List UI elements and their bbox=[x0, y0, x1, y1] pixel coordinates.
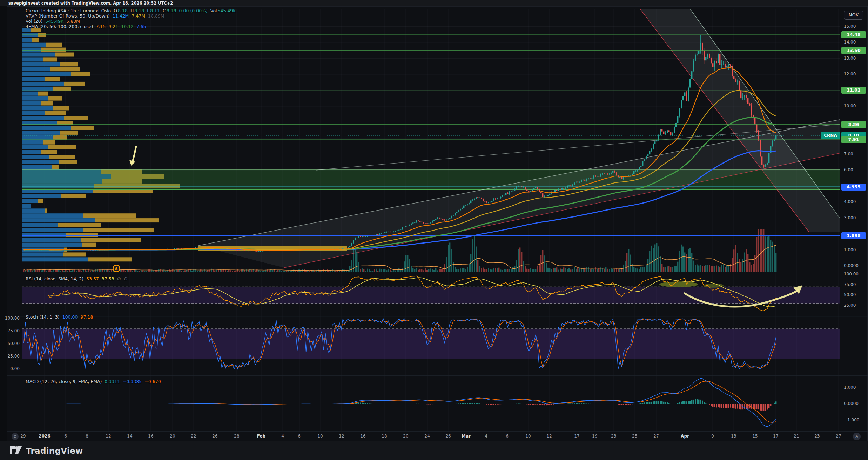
time-tick: 23 bbox=[809, 434, 825, 439]
time-tick: 6 bbox=[58, 434, 73, 439]
stoch-legend[interactable]: Stoch (14, 1, 3) 100.0097.18 bbox=[26, 314, 96, 320]
stoch-axis-label: 75.00 bbox=[3, 328, 20, 333]
price-axis-label: 4.000 bbox=[844, 199, 856, 204]
time-tick: 4 bbox=[275, 434, 290, 439]
time-tick: 9 bbox=[705, 434, 720, 439]
rsi-values: 53.5737.53∅∅ bbox=[86, 276, 130, 281]
time-tick: 27 bbox=[648, 434, 664, 439]
tradingview-logo-icon bbox=[10, 446, 22, 455]
legend-value: 0.00 (0.00%) bbox=[179, 8, 208, 13]
macd-name: MACD (12, 26, close, 9, EMA, EMA) bbox=[26, 379, 102, 384]
legend-value: 9.21 bbox=[108, 24, 118, 29]
rsi-axis-label: 75.00 bbox=[844, 282, 856, 287]
time-tick: 27 bbox=[831, 434, 846, 439]
footer-bar: TradingView bbox=[0, 441, 868, 460]
rsi-axis-label: 50.00 bbox=[844, 292, 856, 297]
legend-value: 8.18 bbox=[118, 8, 128, 13]
vrvp-name: VRVP (Number Of Rows, 50, Up/Down) bbox=[26, 13, 110, 19]
time-tick: 19 bbox=[587, 434, 603, 439]
price-axis-label: 1.000 bbox=[844, 247, 856, 252]
timezone-button[interactable]: z bbox=[12, 433, 19, 440]
time-tick: 8 bbox=[79, 434, 95, 439]
auto-scale-button[interactable]: A bbox=[853, 433, 861, 440]
price-badge: 13.50 bbox=[841, 47, 866, 54]
time-tick: 14 bbox=[122, 434, 137, 439]
time-tick: Apr bbox=[677, 434, 693, 439]
symbol-title: Circio Holding ASA · 1h · Euronext Oslo bbox=[26, 8, 111, 13]
macd-axis-label: −1.000 bbox=[844, 418, 859, 422]
legend-value: −0.670 bbox=[144, 379, 161, 384]
price-axis-label: 7.00 bbox=[844, 152, 853, 156]
macd-values: 0.3311−0.3385−0.670 bbox=[105, 379, 163, 384]
stoch-axis-label: 100.00 bbox=[3, 316, 20, 321]
rsi-axis-label: 100.00 bbox=[844, 272, 859, 276]
legend-value: 8.18 bbox=[167, 8, 176, 13]
price-axis-label: 3.000 bbox=[844, 215, 856, 220]
legend-value: 5.83M bbox=[66, 19, 80, 24]
time-tick: 25 bbox=[627, 434, 642, 439]
legend-value: 7.47M bbox=[132, 13, 145, 19]
ema-legend[interactable]: 4EMA (20, 50, 100, 200, close) 7.159.211… bbox=[26, 24, 149, 29]
price-axis-label: 12.00 bbox=[844, 72, 856, 76]
price-axis-label: 15.00 bbox=[844, 24, 856, 29]
legend-value: C bbox=[163, 8, 166, 13]
legend-value: 8.11 bbox=[150, 8, 160, 13]
macd-axis-label: 0.0000 bbox=[844, 401, 859, 406]
time-tick: 16 bbox=[143, 434, 159, 439]
time-tick: 21 bbox=[789, 434, 804, 439]
time-tick: 17 bbox=[569, 434, 585, 439]
volume-values: 545.49K5.83M bbox=[45, 19, 83, 24]
time-tick: 16 bbox=[355, 434, 371, 439]
legend-value: ∅ bbox=[124, 276, 128, 281]
volume-name: Vol (20) bbox=[26, 19, 42, 24]
price-badge: 4.955 bbox=[841, 184, 866, 191]
time-tick: 20 bbox=[165, 434, 180, 439]
time-tick: 26 bbox=[440, 434, 456, 439]
price-axis-label: 14.00 bbox=[844, 40, 856, 45]
price-axis-label: 6.00 bbox=[844, 167, 853, 172]
stoch-values: 100.0097.18 bbox=[62, 314, 96, 320]
volume-legend[interactable]: Vol (20) 545.49K5.83M bbox=[26, 19, 83, 24]
legend-value: ∅ bbox=[117, 276, 121, 281]
legend-value: −0.3385 bbox=[123, 379, 142, 384]
time-tick: 6 bbox=[499, 434, 515, 439]
time-axis[interactable]: z 2920266812141620222628Feb4610121618202… bbox=[0, 432, 868, 441]
time-tick: 28 bbox=[229, 434, 244, 439]
chart-canvas[interactable]: S bbox=[0, 0, 868, 460]
time-tick: 23 bbox=[606, 434, 621, 439]
time-tick: 17 bbox=[768, 434, 783, 439]
macd-axis-label: 1.000 bbox=[844, 385, 856, 390]
time-tick: 6 bbox=[291, 434, 307, 439]
stoch-axis-label: 50.00 bbox=[3, 341, 20, 346]
time-tick: Mar bbox=[458, 434, 474, 439]
price-badge: 7.91 bbox=[841, 136, 866, 143]
legend-value: 10.12 bbox=[121, 24, 134, 29]
legend-value: Vol bbox=[210, 8, 217, 13]
time-tick: 24 bbox=[419, 434, 435, 439]
macd-legend[interactable]: MACD (12, 26, close, 9, EMA, EMA) 0.3311… bbox=[26, 379, 164, 384]
legend-value: 53.57 bbox=[86, 276, 99, 281]
ohlc-values: O8.18H8.18L8.11C8.180.00 (0.00%)Vol545.4… bbox=[114, 8, 238, 13]
legend-value: H bbox=[130, 8, 134, 13]
time-tick: 4 bbox=[478, 434, 494, 439]
legend-value: 7.15 bbox=[96, 24, 106, 29]
time-tick: 12 bbox=[101, 434, 116, 439]
symbol-legend[interactable]: Circio Holding ASA · 1h · Euronext Oslo … bbox=[26, 8, 239, 13]
time-tick: 10 bbox=[520, 434, 536, 439]
price-badge: 1.898 bbox=[841, 232, 866, 239]
attribution-text: savepiginvest created with TradingView.c… bbox=[8, 1, 173, 6]
price-axis-label: 13.00 bbox=[844, 56, 856, 61]
currency-button[interactable]: NOK bbox=[844, 11, 863, 20]
price-axis-label: 10.00 bbox=[844, 104, 856, 108]
legend-value: 545.49K bbox=[218, 8, 236, 13]
svg-text:S: S bbox=[115, 267, 118, 271]
time-tick: Feb bbox=[254, 434, 269, 439]
rsi-legend[interactable]: RSI (14, close, SMA, 14, 2) 53.5737.53∅∅ bbox=[26, 276, 130, 281]
attribution-bar: savepiginvest created with TradingView.c… bbox=[0, 0, 868, 6]
legend-value: O bbox=[114, 8, 117, 13]
legend-value: 545.49K bbox=[45, 19, 63, 24]
legend-value: 8.18 bbox=[134, 8, 144, 13]
legend-value: 11.42M bbox=[113, 13, 129, 19]
vrvp-legend[interactable]: VRVP (Number Of Rows, 50, Up/Down) 11.42… bbox=[26, 13, 167, 19]
time-tick: 10 bbox=[312, 434, 328, 439]
